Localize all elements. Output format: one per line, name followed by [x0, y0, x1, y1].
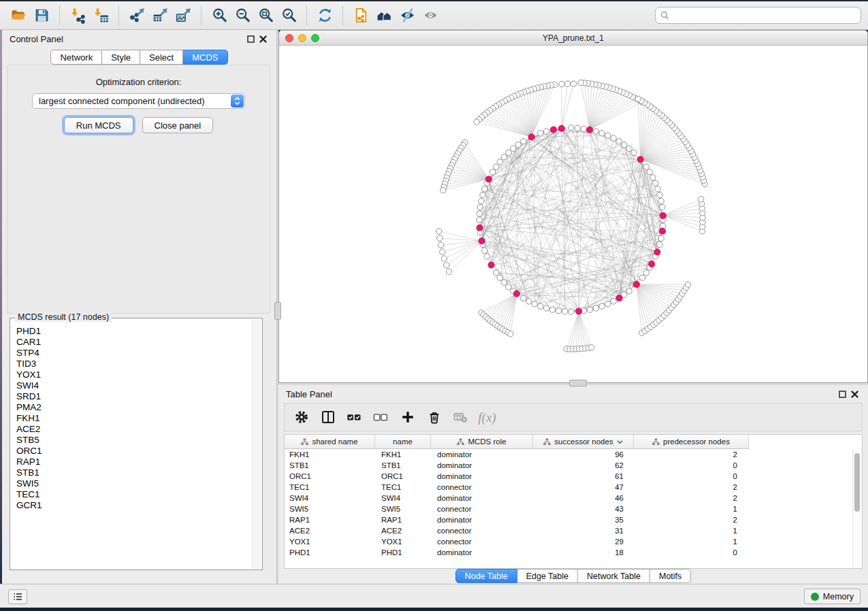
leaf-node[interactable]: [559, 81, 564, 86]
ring-node[interactable]: [477, 204, 483, 210]
table-cell[interactable]: dominator: [431, 494, 533, 502]
export-image-icon[interactable]: [172, 5, 195, 27]
table-cell[interactable]: STB1: [375, 461, 431, 469]
ring-node[interactable]: [616, 138, 622, 144]
ring-node[interactable]: [657, 192, 662, 197]
mcds-result-item[interactable]: PHD1: [16, 326, 261, 337]
leaf-node[interactable]: [570, 81, 576, 86]
column-header-shared-name[interactable]: shared name: [285, 435, 375, 449]
tab-select[interactable]: Select: [140, 50, 183, 65]
deselect-all-icon[interactable]: [373, 410, 389, 425]
select-all-icon[interactable]: [347, 410, 362, 425]
table-row[interactable]: SWI5SWI5connector431: [285, 503, 862, 514]
table-cell[interactable]: SWI4: [375, 494, 431, 502]
table-row[interactable]: RAP1RAP1dominator352: [285, 514, 862, 525]
ring-node[interactable]: [506, 150, 511, 155]
ring-node[interactable]: [653, 180, 658, 186]
table-cell[interactable]: YOX1: [285, 538, 375, 546]
mcds-result-item[interactable]: SWI4: [16, 380, 261, 391]
vertical-splitter-handle[interactable]: [274, 302, 281, 320]
mcds-result-item[interactable]: CAR1: [16, 337, 261, 348]
zoom-fit-icon[interactable]: [254, 5, 277, 27]
mcds-hub-node[interactable]: [485, 176, 492, 182]
table-cell[interactable]: 96: [533, 450, 634, 459]
import-network-icon[interactable]: [66, 5, 89, 27]
mcds-result-item[interactable]: TEC1: [16, 489, 261, 500]
leaf-node[interactable]: [578, 80, 583, 85]
ring-node[interactable]: [658, 235, 664, 241]
mcds-result-item[interactable]: SRD1: [16, 391, 261, 402]
ring-node[interactable]: [480, 192, 485, 197]
mcds-result-item[interactable]: GCR1: [16, 500, 261, 511]
table-cell[interactable]: 1: [634, 527, 749, 535]
ring-node[interactable]: [660, 204, 665, 210]
table-cell[interactable]: ACE2: [285, 527, 375, 535]
table-row[interactable]: PHD1PHD1dominator180: [285, 547, 862, 558]
ring-node[interactable]: [575, 125, 580, 131]
table-cell[interactable]: RAP1: [375, 516, 431, 524]
close-panel-icon[interactable]: [257, 33, 269, 44]
ring-node[interactable]: [593, 129, 598, 134]
table-cell[interactable]: FKH1: [285, 450, 375, 459]
table-cell[interactable]: SWI5: [375, 505, 431, 513]
mcds-hub-node[interactable]: [587, 127, 593, 133]
table-cell[interactable]: 29: [533, 538, 634, 546]
ring-node[interactable]: [497, 159, 502, 165]
float-panel-icon[interactable]: [244, 33, 257, 44]
save-session-icon[interactable]: [30, 5, 53, 27]
table-cell[interactable]: PHD1: [375, 548, 431, 557]
mcds-hub-node[interactable]: [488, 262, 494, 268]
ring-node[interactable]: [643, 164, 649, 169]
table-cell[interactable]: ACE2: [375, 527, 431, 535]
table-row[interactable]: TEC1TEC1connector472: [285, 482, 862, 493]
table-scrollbar[interactable]: [852, 450, 862, 568]
table-cell[interactable]: 0: [634, 461, 749, 469]
leaf-node[interactable]: [438, 242, 443, 248]
mcds-result-item[interactable]: STP4: [16, 348, 261, 359]
table-cell[interactable]: 0: [634, 548, 749, 557]
table-cell[interactable]: dominator: [431, 461, 533, 469]
ring-node[interactable]: [482, 186, 487, 192]
mcds-hub-node[interactable]: [616, 295, 622, 301]
table-cell[interactable]: 35: [533, 516, 634, 524]
table-cell[interactable]: 2: [634, 494, 749, 502]
table-cell[interactable]: FKH1: [375, 450, 431, 459]
table-row[interactable]: STB1STB1dominator620: [285, 460, 862, 471]
maximize-window-icon[interactable]: [311, 34, 319, 42]
ring-node[interactable]: [611, 135, 616, 141]
tab-style[interactable]: Style: [102, 50, 140, 65]
table-cell[interactable]: 43: [533, 505, 634, 513]
table-scrollbar-thumb[interactable]: [854, 453, 860, 512]
ring-node[interactable]: [605, 301, 611, 307]
table-cell[interactable]: 61: [533, 472, 634, 480]
tab-network[interactable]: Network: [50, 50, 102, 65]
ring-node[interactable]: [489, 169, 495, 175]
open-session-icon[interactable]: [7, 5, 30, 27]
ring-node[interactable]: [532, 301, 537, 307]
column-header-successor-nodes[interactable]: successor nodes: [533, 435, 634, 449]
delete-column-icon[interactable]: [426, 410, 442, 425]
table-cell[interactable]: PHD1: [285, 548, 375, 557]
ring-node[interactable]: [501, 154, 507, 160]
table-cell[interactable]: dominator: [431, 472, 533, 480]
mcds-hub-node[interactable]: [558, 125, 564, 131]
table-cell[interactable]: connector: [431, 505, 533, 513]
table-cell[interactable]: SWI4: [285, 494, 375, 502]
table-settings-icon[interactable]: [293, 410, 309, 425]
export-network-icon[interactable]: [125, 5, 148, 27]
leaf-node[interactable]: [508, 331, 513, 337]
ring-node[interactable]: [521, 295, 526, 301]
ring-node[interactable]: [494, 164, 499, 169]
ring-node[interactable]: [477, 211, 482, 216]
zoom-selected-icon[interactable]: [277, 5, 300, 27]
ring-node[interactable]: [506, 284, 511, 289]
mcds-hub-node[interactable]: [660, 212, 666, 218]
mcds-result-item[interactable]: SWI5: [16, 478, 261, 489]
ring-node[interactable]: [626, 288, 632, 294]
hide-selected-icon[interactable]: [396, 5, 419, 27]
table-cell[interactable]: dominator: [431, 516, 533, 524]
add-column-icon[interactable]: [400, 410, 415, 425]
minimize-window-icon[interactable]: [298, 34, 306, 42]
mcds-hub-node[interactable]: [649, 261, 655, 267]
mcds-result-item[interactable]: ORC1: [16, 446, 261, 457]
